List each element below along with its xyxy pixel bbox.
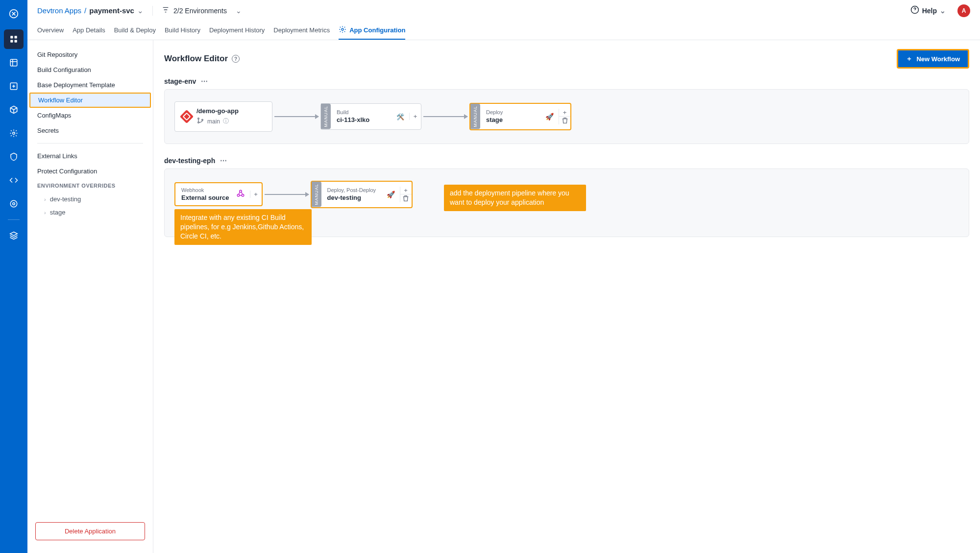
branch-name: main [207, 118, 220, 125]
chevron-down-icon[interactable]: ⌄ [137, 6, 144, 15]
callout-webhook: Integrate with any existing CI Build pip… [174, 209, 312, 245]
webhook-source-node[interactable]: Webhook External source + [174, 182, 263, 206]
add-stage-button[interactable]: + [410, 113, 421, 120]
breadcrumb-sep: / [84, 6, 86, 15]
chevron-down-icon: ⌄ [940, 7, 946, 15]
tab-overview[interactable]: Overview [37, 22, 64, 40]
build-value: ci-113-xlko [337, 116, 389, 123]
branch-icon [196, 117, 204, 126]
workflow-name: dev-testing-eph ⋯ [164, 157, 969, 165]
sidebar-env-dev-testing[interactable]: ›dev-testing [27, 192, 153, 206]
more-icon[interactable]: ⋯ [220, 157, 228, 165]
help-label: Help [922, 7, 937, 15]
tab-deployment-metrics[interactable]: Deployment Metrics [273, 22, 330, 40]
rail-code-icon[interactable] [4, 170, 24, 190]
webhook-value: External source [181, 194, 229, 201]
sidebar-item-build-config[interactable]: Build Configuration [27, 62, 153, 77]
rail-chart-icon[interactable] [4, 53, 24, 72]
sidebar-item-external-links[interactable]: External Links [27, 148, 153, 164]
tab-app-configuration[interactable]: App Configuration [339, 22, 405, 40]
avatar[interactable]: A [957, 4, 970, 17]
env-filter-label: 2/2 Environments [173, 7, 227, 15]
delete-stage-button[interactable] [559, 117, 570, 124]
deploy-node[interactable]: MANUAL Deploy, Post-Deploy dev-testing 🚀… [311, 181, 413, 208]
rocket-icon: 🚀 [545, 113, 554, 120]
tools-icon: 🛠️ [396, 113, 404, 120]
sidebar-env-stage[interactable]: ›stage [27, 206, 153, 219]
svg-point-8 [13, 203, 15, 205]
svg-rect-1 [10, 36, 13, 38]
env-filter[interactable]: 2/2 Environments ⌄ [162, 6, 242, 15]
add-stage-button[interactable]: + [400, 187, 412, 194]
nav-rail [0, 0, 27, 553]
new-workflow-button[interactable]: ＋ New Workflow [897, 49, 969, 69]
add-stage-button[interactable]: + [250, 191, 262, 198]
rail-cube-icon[interactable] [4, 100, 24, 120]
add-stage-button[interactable]: + [559, 109, 570, 117]
rocket-icon: 🚀 [387, 191, 395, 198]
svg-rect-5 [10, 59, 17, 66]
deploy-label: Deploy, Post-Deploy [327, 187, 379, 193]
rail-add-icon[interactable] [4, 76, 24, 96]
filter-icon [162, 6, 170, 15]
svg-point-11 [342, 28, 343, 30]
breadcrumb-parent[interactable]: Devtron Apps [37, 6, 81, 15]
breadcrumb-current: payment-svc [89, 6, 134, 15]
tab-build-history[interactable]: Build History [165, 22, 200, 40]
tab-app-details[interactable]: App Details [73, 22, 105, 40]
rail-layers-icon[interactable] [4, 226, 24, 245]
manual-label: MANUAL [321, 104, 331, 129]
svg-rect-4 [15, 40, 17, 43]
arrow-icon [265, 194, 309, 195]
sidebar-item-protect-config[interactable]: Protect Configuration [27, 164, 153, 179]
tabs: Overview App Details Build & Deploy Buil… [27, 22, 980, 40]
build-node[interactable]: MANUAL Build ci-113-xlko 🛠️ + [320, 103, 421, 130]
deploy-value: dev-testing [327, 194, 379, 201]
help-button[interactable]: Help ⌄ [910, 5, 946, 16]
rail-settings-icon[interactable] [4, 194, 24, 214]
svg-point-7 [13, 132, 15, 135]
deploy-node[interactable]: MANUAL Deploy stage 🚀 + [469, 103, 571, 130]
gear-icon [339, 25, 346, 35]
source-title: /demo-go-app [196, 107, 239, 115]
sidebar-item-workflow-editor[interactable]: Workflow Editor [29, 93, 151, 108]
svg-point-9 [10, 200, 17, 207]
webhook-icon [236, 189, 245, 200]
info-icon: ⓘ [223, 117, 229, 125]
source-node[interactable]: /demo-go-app main ⓘ [174, 101, 272, 132]
deploy-label: Deploy [486, 109, 538, 115]
divider [152, 6, 153, 16]
tab-build-deploy[interactable]: Build & Deploy [114, 22, 156, 40]
header: Devtron Apps / payment-svc ⌄ 2/2 Environ… [27, 0, 980, 22]
deploy-value: stage [486, 116, 538, 123]
rail-shield-icon[interactable] [4, 147, 24, 167]
arrow-icon [423, 116, 467, 117]
git-icon [180, 110, 194, 123]
chevron-right-icon: › [44, 196, 46, 202]
arrow-icon [274, 116, 318, 117]
manual-label: MANUAL [312, 182, 321, 207]
sidebar-item-base-template[interactable]: Base Deployment Template [27, 77, 153, 93]
breadcrumb[interactable]: Devtron Apps / payment-svc ⌄ [37, 6, 144, 15]
logo-icon [6, 6, 22, 22]
tab-deployment-history[interactable]: Deployment History [209, 22, 265, 40]
callout-deploy: add the deployment pipeline where you wa… [444, 185, 586, 211]
sidebar-item-git-repo[interactable]: Git Repository [27, 47, 153, 62]
svg-point-12 [198, 118, 199, 120]
sidebar-item-secrets[interactable]: Secrets [27, 123, 153, 138]
help-icon [910, 5, 919, 16]
delete-stage-button[interactable] [400, 194, 412, 202]
sidebar-divider [37, 143, 143, 144]
rail-gear-icon[interactable] [4, 123, 24, 143]
workflow-canvas: /demo-go-app main ⓘ MANUAL [164, 89, 969, 144]
more-icon[interactable]: ⋯ [201, 77, 209, 85]
workflow-canvas: Webhook External source + MANUAL [164, 168, 969, 237]
info-icon[interactable]: ? [232, 55, 240, 63]
delete-application-button[interactable]: Delete Application [35, 522, 145, 540]
svg-point-14 [202, 119, 203, 120]
rail-apps-icon[interactable] [4, 29, 24, 49]
config-sidebar: Git Repository Build Configuration Base … [27, 40, 153, 553]
svg-rect-3 [10, 40, 13, 43]
sidebar-item-configmaps[interactable]: ConfigMaps [27, 108, 153, 123]
chevron-down-icon[interactable]: ⌄ [236, 7, 242, 15]
